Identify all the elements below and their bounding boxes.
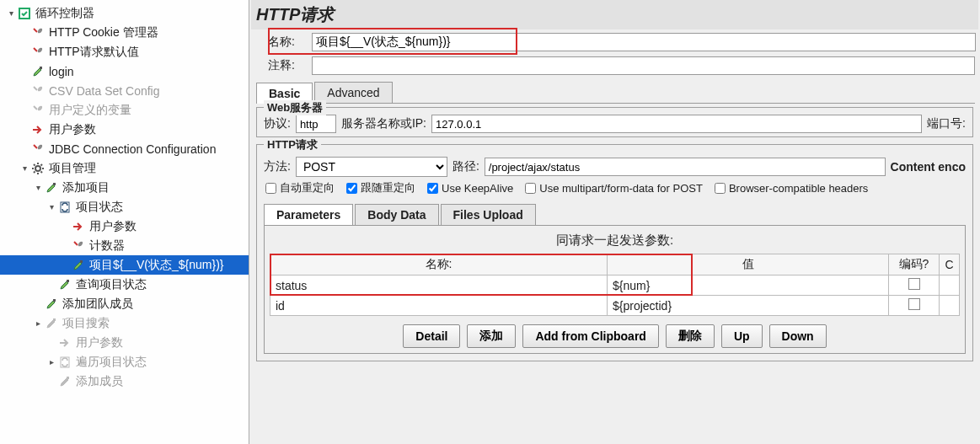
tree-item-label: CSV Data Set Config: [47, 84, 160, 98]
tree-item-label: 用户参数: [47, 122, 96, 137]
tree-spacer: [19, 85, 30, 97]
protocol-input[interactable]: [296, 115, 336, 133]
btn-up[interactable]: Up: [721, 324, 763, 348]
tree-spacer: [46, 337, 57, 349]
cb-followredirect[interactable]: 跟随重定向: [346, 180, 415, 195]
editor-panel: HTTP请求 名称: 注释: Basic Advanced Web服务器 协议:…: [249, 0, 980, 444]
tab-files-upload[interactable]: Files Upload: [441, 204, 536, 225]
tree-spacer: [46, 279, 57, 291]
expand-open-icon[interactable]: ▾: [5, 8, 17, 19]
expand-open-icon[interactable]: ▾: [19, 163, 30, 174]
tree-item[interactable]: 用户参数: [0, 333, 249, 352]
name-label: 名称:: [268, 35, 307, 50]
panel-title: HTTP请求: [251, 0, 978, 29]
tree-item-label: HTTP Cookie 管理器: [47, 25, 158, 40]
tree-item[interactable]: 用户参数: [0, 120, 249, 139]
tree-item[interactable]: ▾项目管理: [0, 158, 249, 178]
svg-rect-10: [67, 377, 69, 379]
tree-item[interactable]: ▸遍历项目状态: [0, 352, 249, 372]
expand-open-icon[interactable]: ▾: [46, 201, 57, 213]
tree-item[interactable]: 项目${__V(状态_${num})}: [0, 255, 249, 275]
comment-input[interactable]: [312, 56, 975, 75]
arrow-icon: [71, 219, 86, 234]
btn-add[interactable]: 添加: [467, 324, 516, 348]
expand-closed-icon[interactable]: ▸: [32, 318, 44, 329]
cell-encode[interactable]: [889, 296, 940, 316]
tree-spacer: [19, 124, 30, 136]
svg-point-2: [35, 166, 40, 171]
web-server-group: Web服务器 协议: 服务器名称或IP: 端口号:: [256, 107, 973, 137]
expand-open-icon[interactable]: ▾: [32, 182, 44, 194]
wrench-icon: [71, 238, 86, 254]
tree-item[interactable]: login: [0, 62, 249, 81]
cell-encode[interactable]: [889, 275, 940, 296]
arrow-icon: [30, 122, 46, 137]
comment-label: 注释:: [268, 58, 307, 73]
svg-rect-6: [67, 280, 69, 282]
cell-value[interactable]: ${projectid}: [608, 296, 889, 316]
cell-name[interactable]: id: [270, 296, 608, 316]
cb-autoredirect[interactable]: 自动重定向: [265, 180, 335, 195]
gear-icon: [30, 161, 46, 176]
http-request-legend: HTTP请求: [264, 137, 321, 152]
tree-item-label: 用户定义的变量: [47, 103, 131, 118]
tree-item-label: HTTP请求默认值: [47, 45, 139, 60]
wrench-icon: [30, 83, 46, 99]
component-tree[interactable]: ▾循环控制器 HTTP Cookie 管理器 HTTP请求默认值 login C…: [0, 0, 249, 444]
tree-spacer: [59, 240, 71, 252]
protocol-label: 协议:: [264, 116, 291, 131]
method-label: 方法:: [264, 159, 291, 174]
port-label: 端口号:: [927, 116, 966, 131]
cb-browser[interactable]: Browser-compatible headers: [715, 182, 868, 195]
tree-item-label: 添加成员: [74, 374, 123, 389]
checkbox-icon[interactable]: [908, 298, 920, 310]
cell-value[interactable]: ${num}: [608, 275, 889, 296]
cb-keepalive[interactable]: Use KeepAlive: [427, 182, 513, 195]
name-input[interactable]: [312, 33, 976, 51]
tree-item-label: 项目搜索: [61, 316, 110, 331]
wrench-icon: [30, 45, 46, 60]
method-select[interactable]: POST: [296, 157, 447, 177]
table-row[interactable]: status ${num}: [270, 275, 960, 296]
tree-item[interactable]: HTTP请求默认值: [0, 42, 249, 62]
expand-closed-icon[interactable]: ▸: [46, 356, 57, 368]
dropper-icon: [30, 64, 46, 79]
param-tabs: Parameters Body Data Files Upload: [264, 204, 961, 225]
cell-c[interactable]: [940, 296, 960, 316]
tree-item[interactable]: 计数器: [0, 236, 249, 255]
path-input[interactable]: [485, 158, 886, 176]
wrench-icon: [30, 25, 46, 40]
tree-item[interactable]: 查询项目状态: [0, 275, 249, 294]
svg-rect-3: [53, 183, 56, 185]
btn-down[interactable]: Down: [769, 324, 827, 348]
btn-detail[interactable]: Detail: [403, 324, 460, 348]
cell-c[interactable]: [940, 275, 960, 296]
tree-item[interactable]: ▾循环控制器: [0, 3, 249, 23]
tab-parameters[interactable]: Parameters: [264, 204, 353, 225]
tree-item[interactable]: CSV Data Set Config: [0, 81, 249, 100]
path-label: 路径:: [453, 159, 479, 174]
tree-item-label: 用户参数: [88, 219, 137, 234]
web-server-legend: Web服务器: [264, 100, 326, 115]
checkbox-icon[interactable]: [908, 278, 920, 290]
btn-clipboard[interactable]: Add from Clipboard: [522, 324, 658, 348]
svg-rect-1: [40, 67, 42, 69]
tree-item[interactable]: ▾项目状态: [0, 197, 249, 217]
tab-body-data[interactable]: Body Data: [355, 204, 438, 225]
server-input[interactable]: [431, 115, 922, 133]
params-table[interactable]: 名称: 值 编码? C status ${num} id ${projectid…: [270, 254, 960, 316]
wrench-icon: [30, 142, 46, 157]
tree-item[interactable]: JDBC Connection Configuration: [0, 139, 249, 158]
btn-delete[interactable]: 删除: [666, 324, 715, 348]
tree-item[interactable]: 添加团队成员: [0, 294, 249, 313]
tree-item[interactable]: HTTP Cookie 管理器: [0, 23, 249, 42]
tree-item[interactable]: 用户参数: [0, 217, 249, 236]
cell-name[interactable]: status: [270, 275, 608, 296]
tree-item[interactable]: 用户定义的变量: [0, 100, 249, 120]
tree-item[interactable]: ▾添加项目: [0, 178, 249, 197]
tree-item[interactable]: 添加成员: [0, 372, 249, 391]
tree-item[interactable]: ▸项目搜索: [0, 313, 249, 333]
tree-spacer: [19, 143, 30, 155]
cb-multipart[interactable]: Use multipart/form-data for POST: [525, 182, 703, 195]
table-row[interactable]: id ${projectid}: [270, 296, 960, 316]
